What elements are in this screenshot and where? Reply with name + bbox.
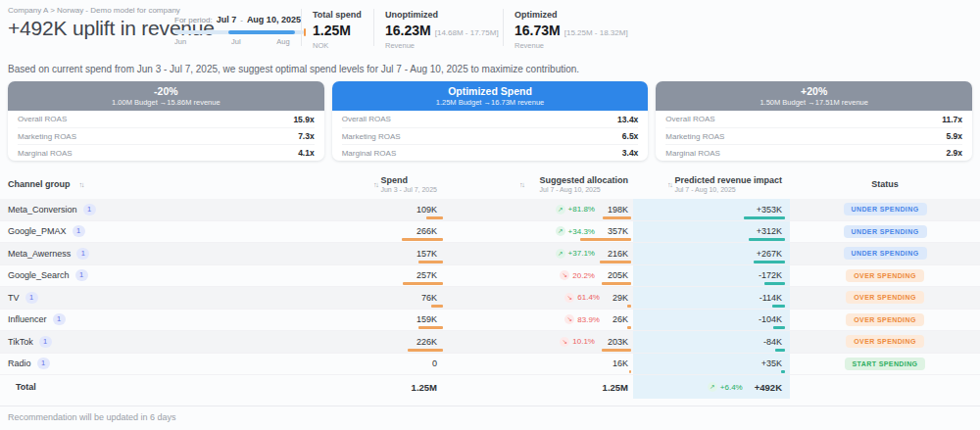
suggested-value: 205K: [608, 270, 628, 280]
suggested-value: 16K: [612, 358, 628, 368]
scenario-card-optimized[interactable]: Optimized Spend 1.25M Budget →16.73M rev…: [332, 81, 649, 161]
scenario-card-plus-20[interactable]: +20% 1.50M Budget →17.51M revenue Overal…: [656, 81, 972, 161]
impact-value: +35K: [761, 358, 782, 368]
scenario-card-header[interactable]: -20% 1.00M Budget →15.86M revenue: [8, 81, 324, 111]
channel-table: Channel group ↑↓ ↑↓ Spend Jun 3 - Jul 7,…: [0, 169, 980, 399]
recommendation-description: Based on current spend from Jun 3 - Jul …: [0, 57, 980, 77]
channel-name: TikTok: [8, 337, 33, 347]
update-notice: Recommendation will be updated in 6 days: [0, 406, 980, 422]
month-label: Jun: [174, 37, 186, 46]
scenario-title: -20%: [8, 85, 324, 98]
table-row-tiktok[interactable]: TikTok 1 226K ↘10.1% 203K -84K OVER SPEN…: [0, 331, 980, 354]
metric-value: 13.4x: [617, 115, 638, 124]
suggested-value: 203K: [608, 337, 628, 347]
header-predicted-revenue-impact[interactable]: ↑↓ Predicted revenue impact Jul 7 - Aug …: [633, 169, 790, 199]
header-channel-group[interactable]: Channel group ↑↓: [0, 169, 294, 199]
period-end-date[interactable]: Aug 10, 2025: [247, 15, 301, 24]
stat-range: [14.68M - 17.75M]: [435, 28, 499, 37]
metric-label: Overall ROAS: [665, 115, 714, 123]
spend-bar: [402, 305, 443, 308]
impact-bar: [744, 305, 785, 308]
table-row-tv[interactable]: TV 1 76K ↘61.4% 29K -114K OVER SPENDING: [0, 287, 980, 310]
sort-icon[interactable]: ↑↓: [519, 180, 524, 189]
metric-value: 11.7x: [942, 115, 962, 124]
divider: [301, 9, 302, 46]
impact-value: -114K: [760, 293, 782, 303]
spend-value: 0: [432, 358, 437, 368]
period-start-date[interactable]: Jul 7: [217, 15, 237, 24]
metric-label: Marginal ROAS: [342, 149, 397, 158]
scenario-card-minus-20[interactable]: -20% 1.00M Budget →15.86M revenue Overal…: [8, 81, 324, 161]
scenario-metrics: Overall ROAS11.7x Marketing ROAS5.9x Mar…: [656, 111, 972, 161]
divider: [373, 9, 374, 46]
metric-value: 3.4x: [622, 148, 639, 158]
spend-value: 76K: [421, 293, 437, 303]
suggested-bar: [580, 326, 631, 329]
table-row-google-search[interactable]: Google_Search 1 257K ↘20.2% 205K -172K O…: [0, 265, 980, 288]
trend-icon: ↗: [556, 226, 565, 236]
metric-label: Marginal ROAS: [665, 149, 720, 158]
sort-icon[interactable]: ↑↓: [79, 180, 84, 189]
breadcrumb[interactable]: Company A > Norway - Demo model for comp…: [8, 6, 180, 15]
period-slider-end-tick: [304, 28, 306, 36]
trend-icon: ↘: [564, 314, 574, 324]
channel-name: TV: [8, 293, 20, 303]
stat-total-spend: Total spend 1.25M NOK: [313, 10, 362, 50]
trend-icon: ↗: [708, 382, 717, 392]
scenario-metrics: Overall ROAS13.4x Marketing ROAS6.5x Mar…: [332, 111, 649, 161]
header-suggested-allocation[interactable]: ↑↓ Suggested allocation Jul 7 - Aug 10, …: [447, 169, 633, 199]
scenario-card-header[interactable]: Optimized Spend 1.25M Budget →16.73M rev…: [332, 81, 649, 111]
spend-value: 226K: [416, 337, 437, 347]
scenario-subtitle: 1.25M Budget →16.73M revenue: [332, 98, 649, 108]
period-slider[interactable]: [174, 30, 304, 34]
channel-count-badge: 1: [25, 292, 38, 304]
impact-value: -104K: [759, 314, 782, 324]
scenario-card-header[interactable]: +20% 1.50M Budget →17.51M revenue: [656, 81, 972, 111]
period-slider-fill[interactable]: [228, 30, 294, 34]
spend-bar: [402, 326, 443, 329]
allocation-change: ↘61.4%: [564, 293, 600, 303]
status-badge: UNDER SPENDING: [844, 247, 927, 260]
suggested-bar: [580, 282, 631, 285]
impact-bar: [744, 282, 785, 285]
spend-value: 157K: [416, 249, 437, 259]
metric-value: 5.9x: [946, 131, 962, 141]
channel-count-badge: 1: [73, 225, 85, 237]
table-row-influencer[interactable]: Influencer 1 159K ↘83.9% 26K -104K OVER …: [0, 310, 980, 332]
status-badge: UNDER SPENDING: [844, 225, 927, 238]
total-spend-value: 1.25M: [412, 382, 437, 393]
impact-value: -84K: [763, 337, 782, 347]
trend-icon: ↗: [556, 205, 565, 215]
status-badge: OVER SPENDING: [846, 313, 924, 326]
channel-count-badge: 1: [37, 358, 50, 369]
stat-unit: NOK: [313, 41, 362, 50]
month-label: Aug: [276, 37, 289, 46]
trend-icon: ↗: [556, 249, 565, 259]
period-selector: For period: Jul 7 - Aug 10, 2025 Jun Jul…: [174, 15, 304, 47]
sort-icon[interactable]: ↑↓: [667, 180, 672, 189]
table-row-meta-awerness[interactable]: Meta_Awerness 1 157K ↗+37.1% 216K +267K …: [0, 243, 980, 265]
total-label: Total: [8, 382, 36, 392]
table-row-meta-conversion[interactable]: Meta_Conversion 1 109K ↗+81.8% 198K +353…: [0, 199, 980, 221]
status-badge: OVER SPENDING: [846, 335, 924, 348]
spend-bar: [402, 261, 443, 263]
stat-optimized: Optimized 16.73M [15.25M - 18.32M] Reven…: [514, 10, 628, 50]
impact-value: +267K: [757, 249, 782, 259]
suggested-bar: [580, 261, 631, 263]
suggested-value: 198K: [608, 205, 628, 215]
period-label: For period:: [174, 16, 213, 24]
spend-bar: [402, 349, 443, 352]
channel-name: Meta_Awerness: [8, 249, 71, 259]
metric-label: Marginal ROAS: [18, 149, 73, 158]
channel-count-badge: 1: [76, 248, 89, 260]
header-spend[interactable]: ↑↓ Spend Jun 3 - Jul 7, 2025: [294, 169, 447, 199]
header-status[interactable]: Status: [790, 169, 980, 199]
table-row-radio[interactable]: Radio 1 0 16K +35K START SPENDING: [0, 354, 980, 376]
table-total-row: Total 1.25M 1.25M ↗+6.4% +492K: [0, 375, 980, 399]
sort-icon[interactable]: ↑↓: [373, 180, 378, 189]
scenario-title: Optimized Spend: [332, 85, 649, 98]
stat-unoptimized: Unoptimized 16.23M [14.68M - 17.75M] Rev…: [385, 10, 499, 50]
table-row-google-pmax[interactable]: Google_PMAX 1 266K ↗+34.3% 357K +312K UN…: [0, 221, 980, 244]
stat-range: [15.25M - 18.32M]: [564, 28, 628, 37]
stat-unit: Revenue: [514, 41, 628, 50]
